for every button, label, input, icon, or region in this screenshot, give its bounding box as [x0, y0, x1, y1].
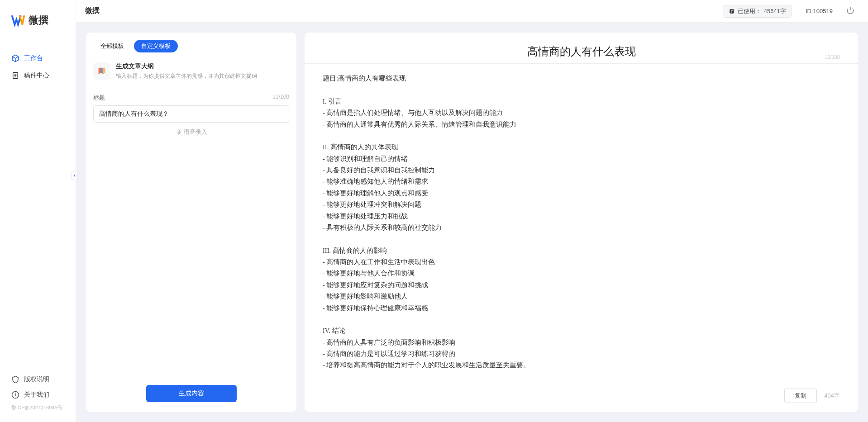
- cube-icon: [11, 54, 19, 62]
- mic-icon: [176, 129, 182, 135]
- nav-drafts[interactable]: 稿件中心: [0, 67, 76, 84]
- usage-badge[interactable]: T 已使用： 45641字: [723, 5, 792, 18]
- logo-icon: [11, 14, 25, 27]
- document-icon: [11, 71, 19, 80]
- main-nav: 工作台 稿件中心: [0, 36, 76, 372]
- word-count: 404字: [824, 392, 840, 400]
- icp-text: 鄂ICP备2022016946号: [0, 403, 76, 413]
- user-id: ID:100519: [806, 8, 833, 14]
- template-desc: 输入标题，为你提供文章主体的灵感，并为其创建推文提纲: [116, 72, 289, 80]
- main-area: 微撰 T 已使用： 45641字 ID:100519 全部模板: [76, 0, 868, 422]
- svg-point-6: [15, 393, 16, 394]
- template-tabs: 全部模板 自定义模板: [86, 40, 296, 52]
- output-footer: 复制 404字: [305, 382, 858, 412]
- power-button[interactable]: [846, 6, 854, 16]
- power-icon: [846, 6, 854, 14]
- title-char-count: 11/100: [272, 94, 289, 102]
- template-icon: [93, 62, 110, 80]
- output-title-count: 10/100: [825, 54, 840, 60]
- svg-text:T: T: [731, 9, 733, 13]
- nav-label: 工作台: [24, 54, 43, 62]
- footer-label: 版权说明: [24, 375, 49, 384]
- generate-button[interactable]: 生成内容: [146, 385, 237, 402]
- topbar: 微撰 T 已使用： 45641字 ID:100519: [76, 0, 868, 23]
- template-info: 生成文章大纲 输入标题，为你提供文章主体的灵感，并为其创建推文提纲: [116, 62, 289, 80]
- sidebar: 微撰 工作台 稿件中心 版权说明 关于我们 鄂ICP备2022016946号: [0, 0, 76, 422]
- page-title: 微撰: [81, 6, 100, 16]
- sidebar-footer: 版权说明 关于我们 鄂ICP备2022016946号: [0, 372, 76, 422]
- template-card[interactable]: 生成文章大纲 输入标题，为你提供文章主体的灵感，并为其创建推文提纲: [86, 60, 296, 88]
- output-header: 高情商的人有什么表现 10/100: [305, 33, 858, 64]
- topbar-right: T 已使用： 45641字 ID:100519: [723, 5, 854, 18]
- voice-hint: 语音录入: [184, 128, 207, 136]
- title-label-row: 标题 11/100: [93, 94, 289, 102]
- copy-button[interactable]: 复制: [784, 389, 817, 403]
- usage-label: 已使用：: [738, 7, 761, 15]
- info-icon: [11, 391, 19, 399]
- svg-rect-10: [178, 130, 180, 133]
- logo[interactable]: 微撰: [0, 0, 76, 36]
- nav-label: 稿件中心: [24, 71, 49, 80]
- voice-input-button[interactable]: 语音录入: [93, 123, 289, 142]
- footer-about[interactable]: 关于我们: [0, 387, 76, 403]
- template-title: 生成文章大纲: [116, 62, 289, 71]
- logo-text: 微撰: [29, 14, 48, 27]
- tab-all-templates[interactable]: 全部模板: [93, 40, 131, 52]
- right-panel: 高情商的人有什么表现 10/100 题目:高情商的人有哪些表现 I. 引言 - …: [305, 33, 858, 412]
- left-panel: 全部模板 自定义模板 生成文章大纲 输入标题，为你提供文章主体的灵感，并为其创建…: [86, 33, 296, 412]
- form-area: 标题 11/100 语音录入: [86, 88, 296, 142]
- text-icon: T: [729, 8, 735, 14]
- footer-copyright[interactable]: 版权说明: [0, 372, 76, 387]
- title-label: 标题: [93, 94, 105, 102]
- nav-workbench[interactable]: 工作台: [0, 50, 76, 67]
- output-title: 高情商的人有什么表现: [323, 44, 840, 59]
- sidebar-collapse-handle[interactable]: [72, 171, 78, 180]
- output-body[interactable]: 题目:高情商的人有哪些表现 I. 引言 - 高情商是指人们处理情绪、与他人互动以…: [305, 64, 858, 382]
- content: 全部模板 自定义模板 生成文章大纲 输入标题，为你提供文章主体的灵感，并为其创建…: [76, 23, 868, 422]
- title-input[interactable]: [93, 105, 289, 123]
- shield-icon: [11, 375, 19, 384]
- usage-value: 45641字: [764, 7, 786, 15]
- tab-custom-templates[interactable]: 自定义模板: [134, 40, 178, 52]
- chevron-left-icon: [72, 173, 77, 178]
- footer-label: 关于我们: [24, 391, 49, 399]
